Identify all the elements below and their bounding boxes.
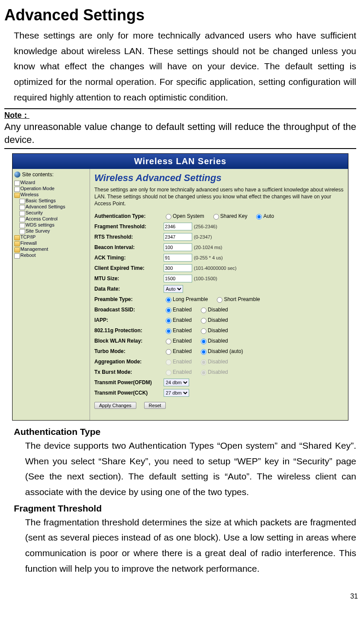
nav-item[interactable]: Wizard xyxy=(14,179,88,185)
nav-subitem[interactable]: WDS settings xyxy=(19,222,88,228)
radio-input[interactable] xyxy=(201,328,206,334)
label-exp: Client Expired Time: xyxy=(94,265,164,271)
radio-option[interactable]: Enabled xyxy=(164,327,192,334)
radio-input[interactable] xyxy=(166,214,171,220)
radio-input[interactable] xyxy=(201,349,206,355)
nav-item[interactable]: TCP/IP xyxy=(14,234,88,240)
radio-label: Disabled xyxy=(208,307,228,313)
nav-link[interactable]: TCP/IP xyxy=(20,234,35,240)
radio-input[interactable] xyxy=(201,318,206,324)
reset-button[interactable]: Reset xyxy=(144,402,166,409)
nav-item[interactable]: Operation Mode xyxy=(14,185,88,191)
banner-title: Wireless LAN Series xyxy=(13,154,348,169)
nav-link[interactable]: Wizard xyxy=(20,180,35,185)
row-mtu: MTU Size: (100-1500) xyxy=(94,274,344,283)
radio-option[interactable]: Disabled xyxy=(199,317,228,324)
radio-input[interactable] xyxy=(166,339,171,344)
nav-item[interactable]: Firewall xyxy=(14,240,88,246)
nav-link[interactable]: Security xyxy=(26,210,43,215)
radio-label: Auto xyxy=(263,213,274,219)
radio-option[interactable]: Enabled xyxy=(164,317,192,324)
hint-exp: (101-40000000 sec) xyxy=(194,266,236,271)
nav-link[interactable]: Management xyxy=(20,246,48,252)
nav-subitem[interactable]: Basic Settings xyxy=(19,198,88,204)
input-exp[interactable] xyxy=(164,264,192,272)
frag-para: The fragmentation threshold determines t… xyxy=(25,515,356,576)
note-box: Note： Any unreasonable value change to d… xyxy=(4,108,356,149)
row-turbo: Turbo Mode: EnabledDisabled (auto) xyxy=(94,347,344,356)
radio-input[interactable] xyxy=(166,349,171,355)
label-rts: RTS Threshold: xyxy=(94,234,164,240)
nav-item[interactable]: Wireless xyxy=(14,191,88,198)
radio-label: Short Preamble xyxy=(224,296,260,302)
nav-link[interactable]: WDS settings xyxy=(26,222,55,227)
radio-option[interactable]: Enabled xyxy=(164,348,192,355)
label-cck: Transmit Power(CCK) xyxy=(94,390,164,396)
radio-option[interactable]: Disabled xyxy=(199,337,228,344)
radio-option: Disabled xyxy=(199,358,228,365)
nav-link[interactable]: Advanced Settings xyxy=(26,204,65,209)
auth-heading: Authentication Type xyxy=(14,427,356,437)
sidebar: Site contents: WizardOperation ModeWirel… xyxy=(13,169,90,420)
radio-input[interactable] xyxy=(256,214,262,220)
radio-option[interactable]: Enabled xyxy=(164,337,192,344)
row-ofdm: Transmit Power(OFDM) 24 dbm xyxy=(94,378,344,387)
radio-input[interactable] xyxy=(166,328,171,334)
radio-input[interactable] xyxy=(166,297,171,303)
radio-input[interactable] xyxy=(201,339,206,344)
nav-subitem[interactable]: Security xyxy=(19,210,88,216)
row-rts: RTS Threshold: (0-2347) xyxy=(94,232,344,242)
radio-option[interactable]: Shared Key xyxy=(211,213,248,220)
select-cck[interactable]: 27 dbm xyxy=(164,389,189,397)
input-mtu[interactable] xyxy=(164,275,192,282)
hint-mtu: (100-1500) xyxy=(194,276,217,281)
radio-input[interactable] xyxy=(201,308,206,313)
intro-text: These settings are only for more technic… xyxy=(14,28,356,105)
label-frag: Fragment Threshold: xyxy=(94,223,164,230)
input-ack[interactable] xyxy=(164,254,192,262)
radio-option: Enabled xyxy=(164,358,192,365)
apply-button[interactable]: Apply Changes xyxy=(94,402,136,409)
nav-link[interactable]: Firewall xyxy=(20,240,37,246)
radio-option[interactable]: Disabled xyxy=(199,306,228,313)
radio-label: Enabled xyxy=(173,359,192,365)
input-frag[interactable] xyxy=(164,223,192,230)
radio-option[interactable]: Long Preamble xyxy=(164,296,208,303)
panel-title: Wireless Advanced Settings xyxy=(94,172,344,184)
radio-option[interactable]: Short Preamble xyxy=(215,296,260,303)
input-beacon[interactable] xyxy=(164,243,192,251)
radio-option[interactable]: Disabled xyxy=(199,327,228,334)
select-ofdm[interactable]: 24 dbm xyxy=(164,379,189,386)
input-rts[interactable] xyxy=(164,233,192,241)
radio-input xyxy=(201,370,206,376)
nav-link[interactable]: Basic Settings xyxy=(26,198,56,203)
nav-link[interactable]: Reboot xyxy=(20,253,35,258)
row-relay: Block WLAN Relay: EnabledDisabled xyxy=(94,336,344,346)
nav-link[interactable]: Site Survey xyxy=(26,228,50,233)
radio-input[interactable] xyxy=(217,297,222,303)
radio-input[interactable] xyxy=(213,214,219,220)
nav-item[interactable]: Reboot xyxy=(14,252,88,258)
nav-subitem[interactable]: Access Control xyxy=(19,216,88,222)
hint-frag: (256-2346) xyxy=(194,224,217,229)
router-screenshot: Wireless LAN Series Site contents: Wizar… xyxy=(12,153,348,421)
row-iapp: IAPP: EnabledDisabled xyxy=(94,315,344,325)
radio-option[interactable]: Enabled xyxy=(164,306,192,313)
radio-label: Disabled (auto) xyxy=(208,348,243,354)
radio-option[interactable]: Disabled (auto) xyxy=(199,348,243,355)
nav-item[interactable]: Management xyxy=(14,246,88,252)
radio-option[interactable]: Open System xyxy=(164,213,204,220)
radio-input[interactable] xyxy=(166,308,171,313)
radio-input[interactable] xyxy=(166,318,171,324)
label-pre: Preamble Type: xyxy=(94,296,164,302)
nav-subitem[interactable]: Advanced Settings xyxy=(19,204,88,210)
radio-option[interactable]: Auto xyxy=(254,213,274,220)
nav-link[interactable]: Access Control xyxy=(26,216,58,221)
settings-form: Authentication Type: Open SystemShared K… xyxy=(94,211,344,409)
radio-label: Enabled xyxy=(173,317,192,323)
nav-link[interactable]: Wireless xyxy=(20,192,39,197)
nav-subitem[interactable]: Site Survey xyxy=(19,228,88,234)
radio-label: Enabled xyxy=(173,307,192,313)
nav-link[interactable]: Operation Mode xyxy=(20,186,55,191)
select-rate[interactable]: Auto xyxy=(164,285,183,293)
